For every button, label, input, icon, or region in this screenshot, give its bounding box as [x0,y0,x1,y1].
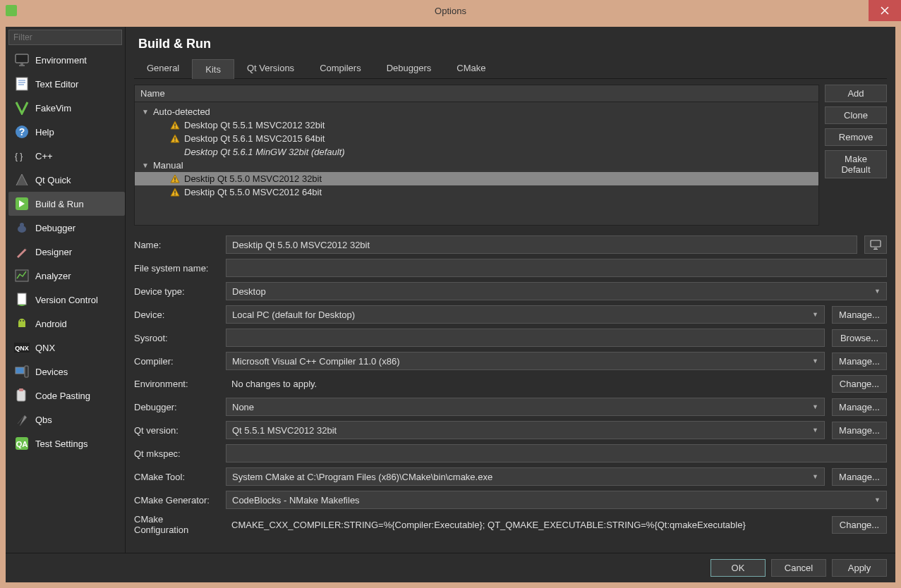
sysroot-field[interactable] [226,329,825,347]
sidebar-item-devices[interactable]: Devices [8,360,125,384]
tab-compilers[interactable]: Compilers [307,59,374,78]
ok-button[interactable]: OK [710,559,766,577]
cancel-button[interactable]: Cancel [771,559,826,577]
qtver-manage-button[interactable]: Manage... [832,422,887,439]
qtver-select[interactable]: Qt 5.5.1 MSVC2012 32bit ▼ [226,421,825,439]
sidebar-item-build-run[interactable]: Build & Run [8,192,125,216]
svg-rect-14 [16,367,24,374]
env-label: Environment: [134,379,219,389]
tree-item-label: Desktip Qt 5.5.0 MSVC2012 32bit [184,173,322,184]
sidebar-item-label: FakeVim [35,103,71,114]
sidebar-item-label: Designer [35,247,72,257]
vcs-icon [14,292,30,307]
chevron-down-icon: ▼ [874,288,881,295]
tree-item[interactable]: Desktop Qt 5.5.1 MSVC2012 32bit [135,118,818,132]
tree-item[interactable]: Desktop Qt 5.6.1 MinGW 32bit (default) [135,145,818,159]
device-manage-button[interactable]: Manage... [832,306,887,324]
devices-icon [14,364,30,379]
sidebar-item-label: Build & Run [35,199,84,209]
tab-cmake[interactable]: CMake [444,59,498,78]
tree-item-label: Desktop Qt 5.6.1 MinGW 32bit (default) [184,147,345,157]
kits-tree[interactable]: Name ▼Auto-detectedDesktop Qt 5.5.1 MSVC… [134,85,819,226]
svg-point-11 [23,320,24,321]
close-icon [881,6,889,15]
tree-group[interactable]: ▼Manual [135,159,818,172]
chevron-down-icon: ▼ [812,311,818,318]
tree-item-label: Desktop Qt 5.6.1 MSVC2015 64bit [184,133,325,144]
add-button[interactable]: Add [825,85,887,102]
sidebar-item-label: Android [35,319,67,329]
sidebar-item-text-editor[interactable]: Text Editor [8,72,125,96]
window-title: Options [435,6,466,16]
remove-button[interactable]: Remove [825,128,887,146]
designer-icon [14,244,30,259]
sidebar-item-android[interactable]: Android [8,312,125,336]
buildrun-icon [14,196,30,212]
debugger-value: None [232,402,254,412]
env-change-button[interactable]: Change... [832,375,887,393]
devtype-select[interactable]: Desktop ▼ [226,282,887,300]
cmaketool-manage-button[interactable]: Manage... [832,468,887,486]
sidebar-item-qt-quick[interactable]: Qt Quick [8,168,125,192]
tree-group[interactable]: ▼Auto-detected [135,105,818,118]
sidebar-item-label: Debugger [35,223,75,233]
tab-general[interactable]: General [134,59,192,78]
svg-rect-28 [871,240,881,247]
svg-rect-25 [174,180,175,181]
sidebar-item-debugger[interactable]: Debugger [8,216,125,240]
cmakecfg-change-button[interactable]: Change... [832,516,887,534]
apply-button[interactable]: Apply [832,559,887,577]
cmakegen-select[interactable]: CodeBlocks - NMake Makefiles ▼ [226,491,887,509]
sidebar-item-qnx[interactable]: QNXQNX [8,336,125,360]
titlebar: Options [0,0,901,21]
compiler-manage-button[interactable]: Manage... [832,353,887,370]
sidebar-item-environment[interactable]: Environment [8,48,125,72]
device-value: Local PC (default for Desktop) [232,310,355,320]
sidebar-item-help[interactable]: ?Help [8,120,125,144]
sidebar-item-analyzer[interactable]: Analyzer [8,264,125,288]
device-label: Device: [134,310,219,320]
tree-item-label: Desktip Qt 5.5.0 MSVC2012 64bit [184,187,322,197]
help-icon: ? [14,124,30,140]
mkspec-label: Qt mkspec: [134,448,219,459]
fakevim-icon [14,100,30,116]
sidebar-item-label: Code Pasting [35,391,90,401]
sidebar-item-c-[interactable]: { }C++ [8,144,125,168]
close-button[interactable] [869,0,901,21]
svg-rect-15 [25,366,28,377]
chevron-down-icon: ▼ [874,496,881,503]
tab-kits[interactable]: Kits [192,59,234,79]
tree-header-name[interactable]: Name [135,85,818,102]
sidebar-item-fakevim[interactable]: FakeVim [8,96,125,120]
text-icon [14,76,30,92]
filter-input[interactable] [8,30,122,45]
device-select[interactable]: Local PC (default for Desktop) ▼ [226,305,825,324]
android-icon [14,316,30,331]
debugger-select[interactable]: None ▼ [226,398,825,416]
fsname-field[interactable] [226,259,887,277]
name-field[interactable] [226,235,857,254]
tab-debuggers[interactable]: Debuggers [374,59,445,78]
sidebar-item-version-control[interactable]: Version Control [8,288,125,312]
sysroot-browse-button[interactable]: Browse... [832,329,887,347]
cmakecfg-value: CMAKE_CXX_COMPILER:STRING=%{Compiler:Exe… [226,517,825,533]
tree-item[interactable]: Desktop Qt 5.6.1 MSVC2015 64bit [135,132,818,145]
svg-rect-17 [19,388,23,391]
kit-icon-button[interactable] [864,235,887,254]
sidebar-item-designer[interactable]: Designer [8,240,125,264]
compiler-select[interactable]: Microsoft Visual C++ Compiler 11.0 (x86)… [226,352,825,370]
svg-rect-0 [16,54,28,63]
sidebar-item-test-settings[interactable]: QATest Settings [8,431,125,455]
chevron-down-icon: ▼ [812,357,818,365]
tree-item[interactable]: Desktip Qt 5.5.0 MSVC2012 64bit [135,185,818,199]
clone-button[interactable]: Clone [825,106,887,124]
sidebar-item-qbs[interactable]: Qbs [8,408,125,431]
make-default-button[interactable]: Make Default [825,150,887,178]
mkspec-field[interactable] [226,444,887,463]
cmakegen-value: CodeBlocks - NMake Makefiles [232,495,360,506]
cmaketool-select[interactable]: System CMake at C:\Program Files (x86)\C… [226,467,825,486]
tab-qt-versions[interactable]: Qt Versions [234,59,307,78]
debugger-manage-button[interactable]: Manage... [832,398,887,416]
sidebar-item-code-pasting[interactable]: Code Pasting [8,384,125,408]
tree-item[interactable]: Desktip Qt 5.5.0 MSVC2012 32bit [135,172,818,185]
